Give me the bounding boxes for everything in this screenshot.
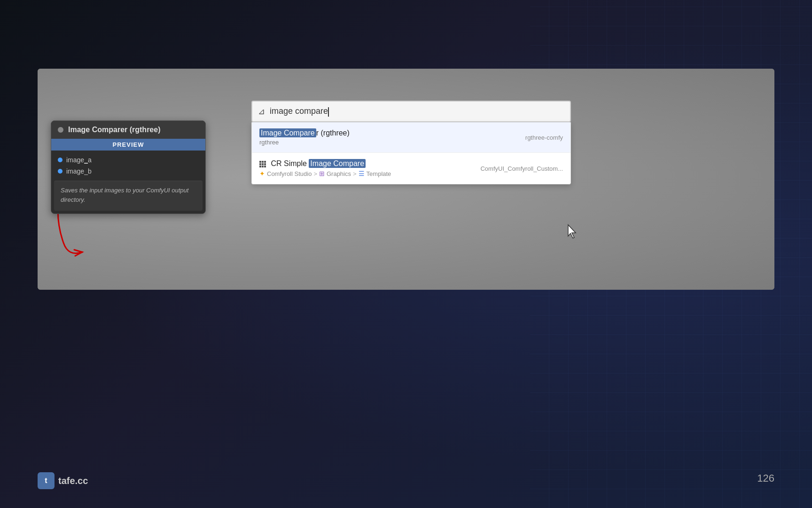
input-label-b: image_b [66, 167, 92, 175]
template-icon: ☰ [359, 170, 365, 177]
input-dot-b [58, 169, 62, 174]
comfyroll-icon: ✦ [259, 170, 265, 177]
result-1-highlight: Image Compare [259, 128, 316, 137]
breadcrumb-template-label: Template [367, 170, 391, 177]
result-2-prefix: CR Simple [271, 159, 309, 167]
filter-icon: ⊿ [258, 106, 265, 117]
node-description: Saves the input images to your ComfyUI o… [54, 181, 203, 211]
node-status-dot [58, 127, 63, 133]
logo-text: tafe.cc [58, 476, 88, 486]
search-result-2[interactable]: CR Simple Image Compare ✦ Comfyroll Stud… [252, 153, 570, 184]
node-title: Image Comparer (rgthree) [68, 126, 161, 134]
node-preview-label: PREVIEW [51, 139, 205, 151]
node-card: Image Comparer (rgthree) PREVIEW image_a… [51, 120, 206, 214]
breadcrumb-graphics: ⊞ Graphics [319, 170, 351, 177]
result-2-package: ComfyUI_Comfyroll_Custom... [480, 165, 563, 172]
canvas-area: Image Comparer (rgthree) PREVIEW image_a… [38, 69, 774, 290]
result-1-title: Image Comparer (rgthree) [259, 129, 563, 137]
search-container[interactable]: ⊿ image compare Image Comparer (rgthree)… [251, 101, 571, 184]
breadcrumb-sep-2: > [353, 170, 357, 177]
mouse-cursor [566, 224, 578, 241]
input-dot-a [58, 158, 62, 162]
result-1-suffix: r (rgthree) [316, 129, 350, 137]
result-1-package: rgthree-comfy [525, 134, 563, 141]
result-2-highlight: Image Compare [309, 159, 366, 168]
node-inputs: image_a image_b [51, 151, 205, 181]
breadcrumb-comfyroll-label: Comfyroll Studio [267, 170, 312, 177]
node-input-row-b: image_b [58, 167, 199, 175]
search-input-text[interactable]: image compare [270, 106, 564, 116]
logo-icon: t [38, 472, 55, 489]
input-label-a: image_a [66, 156, 92, 164]
search-result-1[interactable]: Image Comparer (rgthree) rgthree rgthree… [252, 122, 570, 153]
breadcrumb-graphics-label: Graphics [327, 170, 351, 177]
breadcrumb-comfyroll: ✦ Comfyroll Studio [259, 170, 312, 177]
breadcrumb-sep-1: > [313, 170, 317, 177]
result-1-subtitle: rgthree [259, 139, 563, 146]
search-box[interactable]: ⊿ image compare [251, 101, 571, 122]
node-header: Image Comparer (rgthree) [51, 121, 205, 139]
breadcrumb-template: ☰ Template [359, 170, 391, 177]
grid-icon [259, 161, 266, 167]
node-input-row-a: image_a [58, 156, 199, 164]
page-number: 126 [757, 472, 774, 484]
graphics-icon: ⊞ [319, 170, 325, 177]
search-dropdown: Image Comparer (rgthree) rgthree rgthree… [251, 122, 571, 184]
logo: t tafe.cc [38, 472, 88, 489]
